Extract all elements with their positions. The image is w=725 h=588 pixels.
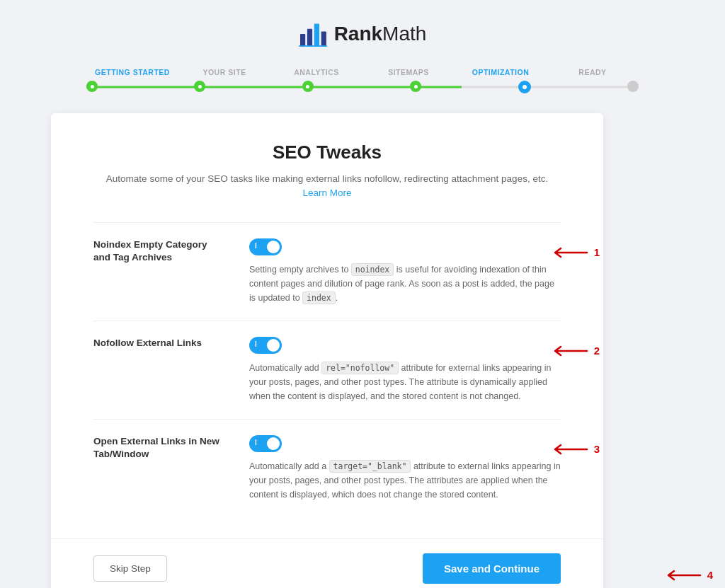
step-label-optimization[interactable]: OPTIMIZATION [455,68,547,76]
setting-content-noindex: I Setting empty archives to noindex is u… [249,238,561,305]
step-label-analytics[interactable]: ANALYTICS [270,68,362,76]
progress-bar: GETTING STARTED YOUR SITE ANALYTICS SITE… [86,68,639,93]
step-dot-optimization [518,81,531,93]
skip-button[interactable]: Skip Step [93,555,167,582]
setting-name-new-tab: Open External Links in NewTab/Window [93,435,228,462]
card-wrapper: SEO Tweaks Automate some of your SEO tas… [51,113,674,588]
setting-content-nofollow: I Automatically add rel="nofollow" attri… [249,337,561,403]
main-card: SEO Tweaks Automate some of your SEO tas… [51,113,603,588]
svg-rect-3 [321,31,326,47]
svg-rect-0 [300,34,305,47]
step-dot-your-site [194,81,205,92]
save-continue-button[interactable]: Save and Continue [423,553,561,584]
svg-rect-4 [299,45,327,47]
svg-rect-2 [314,24,319,47]
code-target-blank: target="_blank" [329,460,411,473]
setting-row-new-tab: Open External Links in NewTab/Window I A… [93,419,561,517]
toggle-row-nofollow: I [249,337,561,354]
page-subtitle: Automate some of your SEO tasks like mak… [93,172,561,201]
setting-row-nofollow: Nofollow External Links I Automatically … [93,321,561,419]
page-title: SEO Tweaks [93,142,561,163]
setting-row-noindex: Noindex Empty Categoryand Tag Archives I… [93,222,561,321]
step-label-your-site[interactable]: YOUR SITE [178,68,270,76]
step-dot-ready [627,81,639,92]
toggle-row-new-tab: I [249,435,561,452]
desc-noindex: Setting empty archives to noindex is use… [249,263,561,305]
toggle-row-noindex: I [249,238,561,255]
card-body: SEO Tweaks Automate some of your SEO tas… [51,113,603,538]
setting-content-new-tab: I Automatically add a target="_blank" at… [249,435,561,502]
annotation-4: 4 [661,567,713,584]
step-dot-analytics [302,81,314,92]
progress-track [86,81,639,93]
code-noindex: noindex [351,263,394,276]
logo-text: RankMath [334,23,427,45]
desc-nofollow: Automatically add rel="nofollow" attribu… [249,361,561,403]
toggle-new-tab[interactable]: I [249,435,282,452]
learn-more-link[interactable]: Learn More [302,188,351,198]
step-dot-sitemaps [410,81,421,92]
step-label-sitemaps[interactable]: SITEMAPS [362,68,455,76]
desc-new-tab: Automatically add a target="_blank" attr… [249,459,561,502]
toggle-nofollow[interactable]: I [249,337,282,354]
arrow-icon-4 [661,567,704,584]
setting-name-nofollow: Nofollow External Links [93,337,228,350]
setting-name-noindex: Noindex Empty Categoryand Tag Archives [93,238,228,265]
svg-rect-1 [307,29,312,47]
toggle-noindex[interactable]: I [249,238,282,255]
card-footer: Skip Step Save and Continue [51,538,603,589]
step-label-ready[interactable]: READY [547,68,639,76]
code-nofollow: rel="nofollow" [321,362,399,374]
logo: RankMath [299,21,427,47]
code-index: index [302,292,336,304]
step-label-getting-started[interactable]: GETTING STARTED [86,68,178,76]
steps-dots [86,81,639,93]
logo-icon [299,21,327,47]
step-labels: GETTING STARTED YOUR SITE ANALYTICS SITE… [86,68,639,76]
step-dot-getting-started [86,81,98,92]
